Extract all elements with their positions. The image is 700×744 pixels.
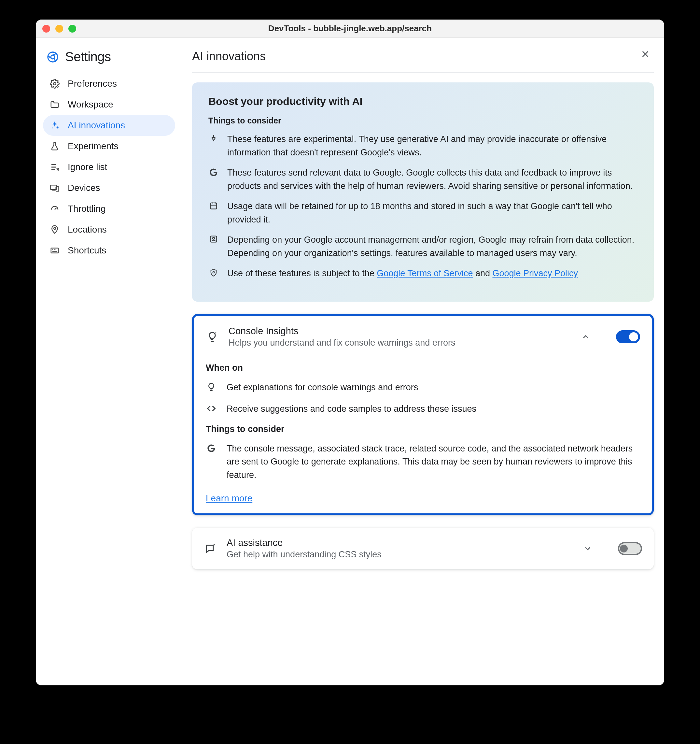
close-settings-button[interactable] [641,49,650,59]
calendar-icon [208,201,219,211]
window-title: DevTools - bubble-jingle.web.app/search [36,24,664,34]
sidebar-item-label: Preferences [68,79,117,89]
console-insights-card: Console Insights Helps you understand an… [192,314,654,516]
maximize-window-button[interactable] [68,25,76,33]
sidebar-item-label: Shortcuts [68,245,106,256]
settings-title: Settings [65,49,111,64]
feature-row: The console message, associated stack tr… [206,442,640,482]
info-bullet-text: These features are experimental. They us… [227,132,638,159]
ai-assistance-card: AI assistance Get help with understandin… [192,528,654,569]
divider [608,538,608,559]
svg-point-9 [213,238,214,240]
feature-row: Receive suggestions and code samples to … [206,402,640,416]
experimental-icon [208,134,219,144]
lightbulb-sparkle-icon [206,330,219,343]
feature-row-text: Get explanations for console warnings an… [227,381,418,394]
sidebar-item-shortcuts[interactable]: Shortcuts [43,240,175,261]
settings-sidebar: Settings Preferences Workspace AI innova… [36,38,179,685]
sparkle-icon [49,120,60,131]
sidebar-item-workspace[interactable]: Workspace [43,94,175,115]
learn-more-link[interactable]: Learn more [206,493,252,504]
svg-rect-7 [211,203,217,209]
console-insights-toggle[interactable] [616,330,640,343]
svg-point-10 [213,272,214,273]
svg-point-5 [54,228,56,229]
settings-main: AI innovations Boost your productivity w… [179,38,664,685]
google-icon [208,167,219,178]
info-subtitle: Things to consider [208,116,638,125]
feature-row: Get explanations for console warnings an… [206,381,640,394]
info-bullet: These features send relevant data to Goo… [208,166,638,192]
chrome-icon [46,51,59,64]
sidebar-item-ignore-list[interactable]: Ignore list [43,157,175,177]
info-title: Boost your productivity with AI [208,95,638,107]
info-bullet: Use of these features is subject to the … [208,267,638,280]
devtools-window: DevTools - bubble-jingle.web.app/search … [36,19,664,685]
info-bullet: Usage data will be retained for up to 18… [208,200,638,226]
sidebar-item-locations[interactable]: Locations [43,219,175,240]
chat-sparkle-icon [204,542,217,555]
privacy-policy-link[interactable]: Google Privacy Policy [492,268,578,278]
when-on-label: When on [206,363,640,373]
sidebar-header: Settings [43,49,175,73]
location-pin-icon [49,225,60,235]
sidebar-item-label: Throttling [68,204,106,214]
feature-text: Console Insights Helps you understand an… [229,326,578,348]
feature-header: Console Insights Helps you understand an… [194,316,652,358]
info-bullet-text: These features send relevant data to Goo… [227,166,638,192]
ai-assistance-toggle[interactable] [618,542,642,555]
sidebar-item-devices[interactable]: Devices [43,177,175,198]
google-icon [206,443,217,454]
sidebar-item-preferences[interactable]: Preferences [43,73,175,94]
svg-rect-6 [51,248,59,253]
gauge-icon [49,204,60,214]
feature-row-text: The console message, associated stack tr… [227,442,640,482]
devices-icon [49,183,60,193]
page-title: AI innovations [192,49,654,73]
sidebar-item-label: Locations [68,225,107,235]
account-box-icon [208,235,219,245]
info-bullet-text: Usage data will be retained for up to 18… [227,200,638,226]
close-window-button[interactable] [42,25,50,33]
keyboard-icon [49,245,60,256]
sidebar-item-label: Experiments [68,141,119,152]
sidebar-item-experiments[interactable]: Experiments [43,136,175,157]
info-bullet-text: Use of these features is subject to the … [227,267,578,280]
info-bullet: Depending on your Google account managem… [208,233,638,260]
sidebar-item-label: AI innovations [68,120,125,131]
ignore-list-icon [49,162,60,172]
minimize-window-button[interactable] [55,25,63,33]
sidebar-item-label: Ignore list [68,162,107,172]
terms-of-service-link[interactable]: Google Terms of Service [377,268,473,278]
chevron-down-icon[interactable] [581,542,595,556]
gear-icon [49,79,60,89]
code-icon [206,403,217,414]
consider-label: Things to consider [206,424,640,434]
sidebar-item-label: Devices [68,183,100,193]
feature-desc: Helps you understand and fix console war… [229,338,578,348]
folder-icon [49,99,60,110]
info-bullet-text: Depending on your Google account managem… [227,233,638,260]
sidebar-item-label: Workspace [68,99,113,110]
feature-body: When on Get explanations for console war… [194,363,652,514]
feature-title: AI assistance [227,537,581,548]
content-area: Settings Preferences Workspace AI innova… [36,38,664,685]
sidebar-item-ai-innovations[interactable]: AI innovations [43,115,175,136]
feature-title: Console Insights [229,326,578,336]
settings-nav: Preferences Workspace AI innovations Exp… [43,73,175,261]
traffic-lights [42,25,76,33]
chevron-up-icon[interactable] [578,330,593,344]
info-bullet: These features are experimental. They us… [208,132,638,159]
sidebar-item-throttling[interactable]: Throttling [43,198,175,219]
lightbulb-icon [206,381,217,393]
feature-row-text: Receive suggestions and code samples to … [227,402,476,416]
policy-shield-icon [208,268,219,278]
feature-header: AI assistance Get help with understandin… [192,528,654,569]
svg-rect-3 [51,185,56,190]
titlebar: DevTools - bubble-jingle.web.app/search [36,19,664,38]
feature-text: AI assistance Get help with understandin… [227,537,581,559]
feature-desc: Get help with understanding CSS styles [227,549,581,559]
ai-info-card: Boost your productivity with AI Things t… [192,82,654,302]
flask-icon [49,141,60,152]
svg-point-2 [54,82,56,85]
